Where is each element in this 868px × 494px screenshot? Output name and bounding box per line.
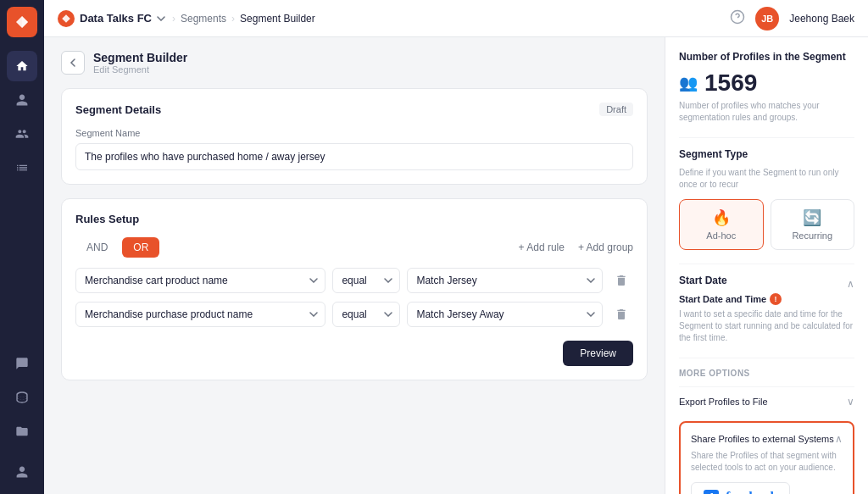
- org-badge: [58, 10, 75, 27]
- left-panel: Segment Builder Edit Segment Segment Det…: [44, 37, 665, 494]
- sidebar-item-profile[interactable]: [7, 85, 37, 115]
- start-date-label: Start Date and Time !: [679, 293, 854, 305]
- adhoc-button[interactable]: 🔥 Ad-hoc: [679, 199, 764, 250]
- rule-1-delete-button[interactable]: [609, 269, 633, 292]
- sidebar-item-message[interactable]: [7, 348, 37, 379]
- profile-description: Number of profiles who matches your segm…: [679, 100, 854, 124]
- start-date-chevron-icon: ∧: [847, 278, 854, 290]
- segment-type-subtitle: Define if you want the Segment to run on…: [679, 167, 854, 191]
- share-chevron-icon: ∧: [835, 433, 843, 445]
- export-chevron-icon: ∨: [847, 396, 854, 408]
- start-date-title: Start Date: [679, 275, 727, 286]
- sidebar-item-people[interactable]: [7, 119, 37, 149]
- add-rule-link[interactable]: + Add rule: [519, 241, 565, 253]
- rule-1-value-select[interactable]: Match Jersey: [407, 268, 603, 293]
- sidebar-item-folder[interactable]: [7, 416, 37, 447]
- user-name: Jeehong Baek: [789, 13, 854, 25]
- recurring-button[interactable]: 🔄 Recurring: [771, 199, 855, 250]
- rule-row: Merchandise purchase product name equal …: [75, 302, 633, 327]
- share-description: Share the Profiles of that segment with …: [691, 450, 843, 474]
- main-area: Data Talks FC › Segments › Segment Build…: [44, 0, 868, 494]
- profiles-title: Number of Profiles in the Segment: [679, 51, 854, 63]
- back-button[interactable]: [61, 51, 85, 75]
- facebook-icon: f: [704, 490, 719, 494]
- segment-name-label: Segment Name: [75, 128, 633, 138]
- more-options-section: MORE OPTIONS Export Profiles to File ∨ S…: [679, 369, 854, 494]
- facebook-integration-button[interactable]: f facebook: [691, 482, 790, 494]
- start-date-info-icon: !: [770, 293, 782, 305]
- sidebar-item-user-settings[interactable]: [7, 457, 37, 487]
- topnav-right: JB Jeehong Baek: [730, 7, 854, 31]
- export-profiles-label: Export Profiles to File: [679, 397, 768, 407]
- add-links: + Add rule + Add group: [519, 241, 633, 253]
- adhoc-icon: 🔥: [687, 208, 756, 227]
- rules-setup-title: Rules Setup: [75, 213, 633, 225]
- sidebar-item-database[interactable]: [7, 382, 37, 413]
- segment-type-title: Segment Type: [679, 148, 854, 160]
- share-profiles-section: Share Profiles to external Systems ∧ Sha…: [679, 421, 854, 494]
- profile-icon: 👥: [679, 74, 698, 92]
- segment-type-options: 🔥 Ad-hoc 🔄 Recurring: [679, 199, 854, 250]
- or-button[interactable]: OR: [122, 237, 159, 258]
- start-date-description: I want to set a specific date and time f…: [679, 308, 854, 344]
- page-header: Segment Builder Edit Segment: [61, 51, 648, 75]
- start-date-section: Start Date ∧ Start Date and Time ! I wan…: [679, 275, 854, 344]
- profiles-section: Number of Profiles in the Segment 👥 1569…: [679, 51, 854, 124]
- segment-details-card: Segment Details Draft Segment Name: [61, 88, 648, 185]
- rule-row: Merchandise cart product name equal Matc…: [75, 268, 633, 293]
- page-title: Segment Builder: [93, 51, 187, 64]
- app-logo[interactable]: [7, 7, 37, 37]
- help-icon[interactable]: [730, 9, 745, 27]
- sidebar: [0, 0, 44, 494]
- rule-2-field-select[interactable]: Merchandise purchase product name: [75, 302, 326, 327]
- topnav: Data Talks FC › Segments › Segment Build…: [44, 0, 868, 37]
- more-options-title: MORE OPTIONS: [679, 369, 854, 378]
- rule-2-operator-select[interactable]: equal: [332, 302, 400, 327]
- facebook-label: facebook: [726, 490, 777, 494]
- rule-1-operator-select[interactable]: equal: [332, 268, 400, 293]
- breadcrumb: › Segments › Segment Builder: [172, 13, 315, 25]
- org-name[interactable]: Data Talks FC: [58, 10, 165, 27]
- draft-badge: Draft: [599, 103, 633, 116]
- recurring-icon: 🔄: [778, 208, 848, 227]
- sidebar-item-home[interactable]: [7, 51, 37, 81]
- share-profiles-label[interactable]: Share Profiles to external Systems: [691, 434, 834, 444]
- rule-2-delete-button[interactable]: [609, 303, 633, 326]
- content-area: Segment Builder Edit Segment Segment Det…: [44, 37, 868, 494]
- profile-number: 1569: [704, 69, 757, 97]
- and-button[interactable]: AND: [75, 237, 119, 258]
- add-group-link[interactable]: + Add group: [578, 241, 633, 253]
- rules-setup-card: Rules Setup AND OR + Add rule + Add grou…: [61, 198, 648, 380]
- avatar: JB: [755, 7, 779, 31]
- page-subtitle: Edit Segment: [93, 64, 187, 75]
- segment-name-input[interactable]: [75, 143, 633, 170]
- profile-count-row: 👥 1569: [679, 69, 854, 97]
- right-panel: Number of Profiles in the Segment 👥 1569…: [665, 37, 868, 494]
- segment-details-title: Segment Details: [75, 103, 161, 116]
- start-date-header[interactable]: Start Date ∧: [679, 275, 854, 293]
- segment-type-section: Segment Type Define if you want the Segm…: [679, 148, 854, 250]
- export-profiles-row[interactable]: Export Profiles to File ∨: [679, 386, 854, 416]
- sidebar-item-chart[interactable]: [7, 153, 37, 183]
- rule-1-field-select[interactable]: Merchandise cart product name: [75, 268, 326, 293]
- preview-button[interactable]: Preview: [563, 341, 633, 366]
- rule-2-value-select[interactable]: Match Jersey Away: [407, 302, 603, 327]
- and-or-toggle: AND OR: [75, 237, 159, 258]
